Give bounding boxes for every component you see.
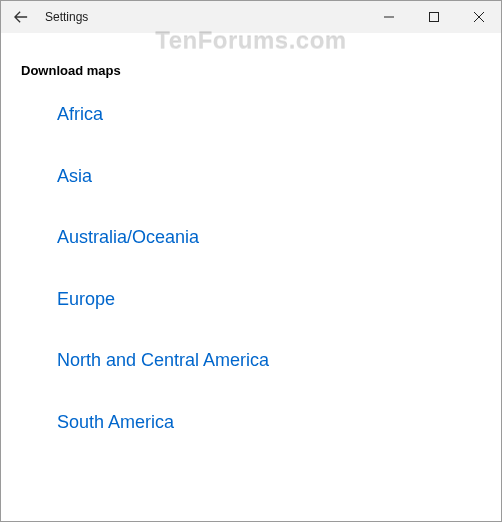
back-button[interactable] <box>1 1 41 33</box>
maximize-icon <box>429 12 439 22</box>
back-arrow-icon <box>14 10 28 24</box>
titlebar: Settings <box>1 1 501 33</box>
window-title: Settings <box>45 10 88 24</box>
region-item-south-america[interactable]: South America <box>57 412 481 434</box>
region-list: Africa Asia Australia/Oceania Europe Nor… <box>21 104 481 434</box>
region-item-north-central-america[interactable]: North and Central America <box>57 350 481 372</box>
page-heading: Download maps <box>21 63 481 78</box>
svg-rect-0 <box>429 13 438 22</box>
region-item-asia[interactable]: Asia <box>57 166 481 188</box>
maximize-button[interactable] <box>411 1 456 33</box>
close-button[interactable] <box>456 1 501 33</box>
content-area: TenForums.com Download maps Africa Asia … <box>1 33 501 521</box>
minimize-button[interactable] <box>366 1 411 33</box>
settings-window: Settings TenForums.com Download maps Afr… <box>0 0 502 522</box>
region-item-australia-oceania[interactable]: Australia/Oceania <box>57 227 481 249</box>
region-item-africa[interactable]: Africa <box>57 104 481 126</box>
close-icon <box>474 12 484 22</box>
minimize-icon <box>384 12 394 22</box>
window-controls <box>366 1 501 33</box>
region-item-europe[interactable]: Europe <box>57 289 481 311</box>
